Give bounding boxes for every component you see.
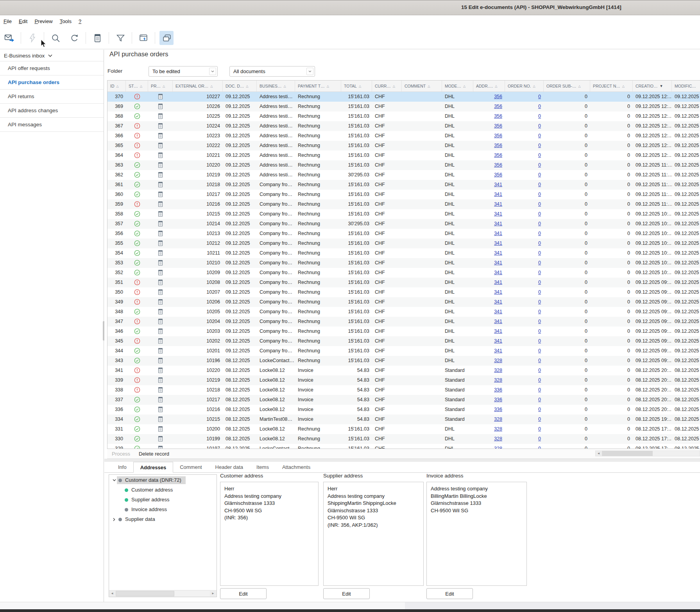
tab-info[interactable]: Info bbox=[111, 462, 133, 472]
order-no-link[interactable]: 0 bbox=[538, 143, 541, 148]
documents-filter-dropdown[interactable]: All documents bbox=[229, 66, 315, 77]
column-header[interactable]: ID△ bbox=[107, 81, 126, 92]
order-no-link[interactable]: 0 bbox=[538, 104, 541, 109]
search-button[interactable] bbox=[48, 31, 63, 45]
order-no-link[interactable]: 0 bbox=[538, 446, 541, 449]
tree-item-customer-address[interactable]: Customer address bbox=[109, 486, 217, 494]
table-row[interactable]: 3371021708.12.2025Locke08.12Invoice54.83… bbox=[107, 395, 700, 405]
table-row[interactable]: 3561021309.12.2025Company fro…Rechnung15… bbox=[107, 229, 700, 239]
address-link[interactable]: 336 bbox=[494, 397, 502, 402]
column-header[interactable]: MODE…△ bbox=[442, 81, 473, 92]
scrollbar-thumb[interactable] bbox=[602, 451, 653, 456]
column-header[interactable]: ST…△ bbox=[126, 81, 148, 92]
order-no-link[interactable]: 0 bbox=[538, 407, 541, 412]
menu-item-tools[interactable]: Tools bbox=[56, 18, 75, 24]
report-button[interactable] bbox=[90, 31, 104, 45]
menu-item-[interactable]: ? bbox=[75, 18, 85, 24]
table-row[interactable]: 3311020008.12.2025Locke08.12Rechnung15'1… bbox=[107, 424, 700, 434]
address-link[interactable]: 341 bbox=[494, 270, 502, 275]
order-no-link[interactable]: 0 bbox=[538, 201, 541, 207]
order-no-link[interactable]: 0 bbox=[538, 368, 541, 373]
table-row[interactable]: 3671022409.12.2025Address testi…Rechnung… bbox=[107, 121, 700, 131]
folder-dropdown[interactable]: To be edited bbox=[149, 66, 218, 77]
table-row[interactable]: 3291019708.12.2025LockeContact…Rechnung1… bbox=[107, 444, 700, 449]
delete-record-button[interactable]: Delete record bbox=[139, 451, 169, 457]
address-link[interactable]: 341 bbox=[494, 280, 502, 285]
address-link[interactable]: 328 bbox=[494, 368, 502, 373]
table-row[interactable]: 3681022509.12.2025Address testi…Rechnung… bbox=[107, 111, 700, 121]
order-no-link[interactable]: 0 bbox=[538, 436, 541, 442]
tree-item-customer-data-dnr-72[interactable]: Customer data (DNR:72) bbox=[109, 476, 217, 485]
table-row[interactable]: 3581021509.12.2025Company fro…Rechnung15… bbox=[107, 209, 700, 219]
table-row[interactable]: 3661022309.12.2025Address testi…Rechnung… bbox=[107, 131, 700, 141]
tab-attachments[interactable]: Attachments bbox=[276, 462, 317, 472]
tree-horizontal-scrollbar[interactable]: ◄ ► bbox=[109, 590, 217, 597]
column-header[interactable]: BUSINES…△ bbox=[257, 81, 295, 92]
table-row[interactable]: 3541021109.12.2025Company fro…Rechnung15… bbox=[107, 248, 700, 258]
title-bar[interactable]: 15 Edit e-documents (API) - SHOPAPI_Webw… bbox=[0, 0, 700, 15]
order-no-link[interactable]: 0 bbox=[538, 309, 541, 314]
sidebar-item-api-purchase-orders[interactable]: API purchase orders bbox=[0, 75, 104, 90]
order-no-link[interactable]: 0 bbox=[538, 397, 541, 402]
address-link[interactable]: 328 bbox=[494, 377, 502, 383]
scroll-left-arrow-icon[interactable]: ◄ bbox=[109, 591, 115, 596]
table-row[interactable]: 3701022709.12.2025Address testi…Rechnung… bbox=[107, 92, 700, 102]
order-no-link[interactable]: 0 bbox=[538, 358, 541, 363]
address-link[interactable]: 341 bbox=[494, 319, 502, 324]
address-link[interactable]: 356 bbox=[494, 123, 502, 129]
address-link[interactable]: 341 bbox=[494, 260, 502, 266]
order-no-link[interactable]: 0 bbox=[538, 113, 541, 119]
chevron-down-icon[interactable] bbox=[113, 479, 116, 481]
table-row[interactable]: 3341021508.12.2025MartinTest08…Invoice54… bbox=[107, 415, 700, 424]
table-row[interactable]: 3511020809.12.2025Company fro…Rechnung15… bbox=[107, 278, 700, 287]
tree-item-supplier-data[interactable]: Supplier data bbox=[109, 515, 217, 524]
table-row[interactable]: 3631022009.12.2025Address testi…Rechnung… bbox=[107, 160, 700, 170]
address-link[interactable]: 341 bbox=[494, 240, 502, 246]
menu-item-file[interactable]: File bbox=[0, 18, 15, 24]
order-no-link[interactable]: 0 bbox=[538, 240, 541, 246]
order-no-link[interactable]: 0 bbox=[538, 123, 541, 129]
order-no-link[interactable]: 0 bbox=[538, 211, 541, 217]
window-stack-button-active[interactable] bbox=[159, 31, 174, 45]
order-no-link[interactable]: 0 bbox=[538, 299, 541, 305]
window-action-button[interactable] bbox=[136, 31, 150, 45]
address-link[interactable]: 341 bbox=[494, 289, 502, 295]
order-no-link[interactable]: 0 bbox=[538, 289, 541, 295]
order-no-link[interactable]: 0 bbox=[538, 231, 541, 236]
address-link[interactable]: 336 bbox=[494, 407, 502, 412]
order-no-link[interactable]: 0 bbox=[538, 280, 541, 285]
order-no-link[interactable]: 0 bbox=[538, 260, 541, 266]
order-no-link[interactable]: 0 bbox=[538, 348, 541, 354]
order-no-link[interactable]: 0 bbox=[538, 172, 541, 178]
order-no-link[interactable]: 0 bbox=[538, 319, 541, 324]
column-header[interactable]: DOC. D…△ bbox=[223, 81, 257, 92]
chevron-right-icon[interactable] bbox=[113, 518, 115, 521]
menu-item-preview[interactable]: Preview bbox=[31, 18, 56, 24]
address-link[interactable]: 328 bbox=[494, 446, 502, 449]
table-row[interactable]: 3491020609.12.2025Company fro…Rechnung15… bbox=[107, 297, 700, 307]
sidebar-header[interactable]: E-Business inbox bbox=[0, 50, 104, 61]
table-row[interactable]: 3391021908.12.2025Locke08.12Invoice54.83… bbox=[107, 375, 700, 385]
table-row[interactable]: 3361021608.12.2025Locke08.12Invoice54.83… bbox=[107, 405, 700, 415]
address-link[interactable]: 341 bbox=[494, 201, 502, 207]
table-row[interactable]: 3571021409.12.2025Company fro…Rechnung30… bbox=[107, 219, 700, 229]
column-header[interactable]: PR…△ bbox=[148, 81, 173, 92]
tab-items[interactable]: Items bbox=[250, 462, 276, 472]
table-row[interactable]: 3691022609.12.2025Address testi…Rechnung… bbox=[107, 102, 700, 111]
sidebar-item-api-returns[interactable]: API returns bbox=[0, 90, 104, 104]
tab-comment[interactable]: Comment bbox=[173, 462, 208, 472]
table-row[interactable]: 3531021009.12.2025Company fro…Rechnung15… bbox=[107, 258, 700, 268]
order-no-link[interactable]: 0 bbox=[538, 221, 541, 226]
table-row[interactable]: 3381021808.12.2025Locke08.12Invoice54.83… bbox=[107, 385, 700, 395]
address-link[interactable]: 356 bbox=[494, 143, 502, 148]
address-link[interactable]: 341 bbox=[494, 182, 502, 187]
column-header[interactable]: EXTERNAL OR…△ bbox=[173, 81, 223, 92]
order-no-link[interactable]: 0 bbox=[538, 377, 541, 383]
address-link[interactable]: 328 bbox=[494, 358, 502, 363]
table-row[interactable]: 3651022209.12.2025Address testi…Rechnung… bbox=[107, 141, 700, 151]
scroll-right-arrow-icon[interactable]: ► bbox=[210, 591, 216, 596]
table-row[interactable]: 3411022008.12.2025Locke08.12Invoice54.83… bbox=[107, 366, 700, 375]
order-no-link[interactable]: 0 bbox=[538, 426, 541, 432]
column-header[interactable]: PAYMENT T…△ bbox=[295, 81, 341, 92]
table-row[interactable]: 3521020909.12.2025Company fro…Rechnung15… bbox=[107, 268, 700, 278]
